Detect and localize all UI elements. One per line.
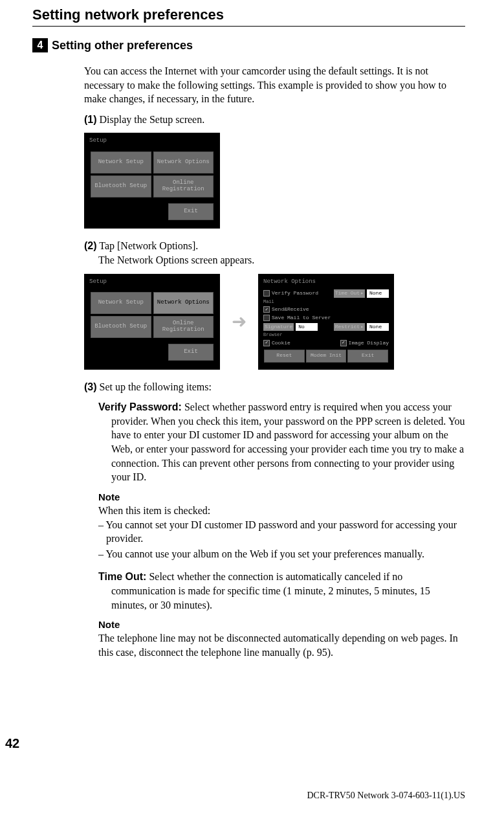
online-registration-button[interactable]: Online Registration <box>153 175 214 197</box>
step-2: (2) Tap [Network Options]. The Network O… <box>84 239 465 267</box>
page-title: Setting network preferences <box>32 6 465 23</box>
step-2-text-a: Tap [Network Options]. <box>99 240 198 251</box>
timeout-heading: Time Out: <box>98 571 146 582</box>
section-title: Setting other preferences <box>52 39 193 52</box>
step-2-number: (2) <box>84 240 97 251</box>
save-mail-checkbox[interactable] <box>263 315 270 321</box>
timeout-item: Time Out: Select whether the connection … <box>98 570 465 612</box>
note-2-heading: Note <box>98 618 465 631</box>
signature-value: No <box>296 323 318 331</box>
footer-text: DCR-TRV50 Network 3-074-603-11(1).US <box>307 791 465 801</box>
image-display-label: Image Display <box>349 340 389 347</box>
setup-screen: Setup Network Setup Network Options Blue… <box>84 133 220 229</box>
step-1: (1) Display the Setup screen. <box>84 113 465 127</box>
note-1-dash1: – You cannot set your DI customer ID pas… <box>98 518 465 546</box>
setup-screen-highlighted: Setup Network Setup Network Options Blue… <box>84 274 220 370</box>
network-setup-button-2[interactable]: Network Setup <box>91 292 151 314</box>
section-heading: 4 Setting other preferences <box>32 38 465 52</box>
verify-password-item: Verify Password: Select whether password… <box>98 400 465 484</box>
step-3-text: Set up the following items: <box>100 381 212 392</box>
step-1-number: (1) <box>84 114 97 125</box>
page: Setting network preferences 4 Setting ot… <box>0 0 504 819</box>
page-number: 42 <box>5 736 19 751</box>
network-setup-button[interactable]: Network Setup <box>91 151 151 174</box>
body: You can access the Internet with your ca… <box>84 64 465 660</box>
screenshot-row-2: Setup Network Setup Network Options Blue… <box>84 274 465 370</box>
send-receive-label: Send&Receive <box>272 306 309 313</box>
send-receive-checkbox[interactable] <box>263 306 270 313</box>
bluetooth-setup-button[interactable]: Bluetooth Setup <box>91 175 151 197</box>
verify-password-checkbox[interactable] <box>263 290 270 297</box>
verify-password-heading: Verify Password: <box>98 401 182 412</box>
netopt-exit-button[interactable]: Exit <box>347 350 388 363</box>
verify-password-label: Verify Password <box>272 290 318 297</box>
save-mail-label: Save Mail to Server <box>272 315 331 322</box>
note-1-dash2: – You cannot use your album on the Web i… <box>98 547 465 561</box>
title-underline <box>32 26 465 27</box>
cookie-label: Cookie <box>272 340 290 347</box>
online-registration-button-2[interactable]: Online Registration <box>153 316 214 338</box>
image-display-checkbox[interactable] <box>340 340 347 346</box>
reset-button[interactable]: Reset <box>264 350 305 363</box>
network-options-button-active[interactable]: Network Options <box>153 292 214 314</box>
step-2-text-b: The Network Options screen appears. <box>98 253 254 267</box>
arrow-icon: ➜ <box>232 309 247 334</box>
section-number-badge: 4 <box>32 38 48 52</box>
intro-text: You can access the Internet with your ca… <box>84 64 465 106</box>
items-block: Verify Password: Select whether password… <box>98 400 465 659</box>
step-3-number: (3) <box>84 381 97 392</box>
modem-init-button[interactable]: Modem Init <box>306 350 347 363</box>
note-2-text: The telephone line may not be disconnect… <box>98 631 465 659</box>
restrict-value: None <box>367 323 389 331</box>
restrict-dropdown[interactable]: Restrict▸ <box>334 323 365 331</box>
verify-password-desc: Select whether password entry is require… <box>111 401 465 482</box>
step-1-text: Display the Setup screen. <box>100 114 205 125</box>
setup-screen-title-2: Setup <box>87 276 217 288</box>
browser-section-label: Browser <box>263 332 389 338</box>
netopt-title: Network Options <box>261 276 391 288</box>
exit-button-2[interactable]: Exit <box>168 344 214 361</box>
exit-button[interactable]: Exit <box>168 203 214 220</box>
note-1-line1: When this item is checked: <box>98 504 465 518</box>
signature-dropdown[interactable]: Signature <box>263 323 294 331</box>
timeout-value: None <box>367 289 389 298</box>
setup-screen-title: Setup <box>87 135 217 147</box>
timeout-dropdown[interactable]: Time Out▸ <box>334 289 365 298</box>
network-options-button[interactable]: Network Options <box>153 151 214 174</box>
mail-section-label: Mail <box>263 299 389 305</box>
bluetooth-setup-button-2[interactable]: Bluetooth Setup <box>91 316 151 338</box>
cookie-checkbox[interactable] <box>263 340 270 346</box>
network-options-screen: Network Options Verify Password Time Out… <box>258 274 394 370</box>
note-1-heading: Note <box>98 491 465 504</box>
step-3: (3) Set up the following items: <box>84 380 465 394</box>
screenshot-row-1: Setup Network Setup Network Options Blue… <box>84 133 465 229</box>
timeout-desc: Select whether the connection is automat… <box>111 571 430 610</box>
